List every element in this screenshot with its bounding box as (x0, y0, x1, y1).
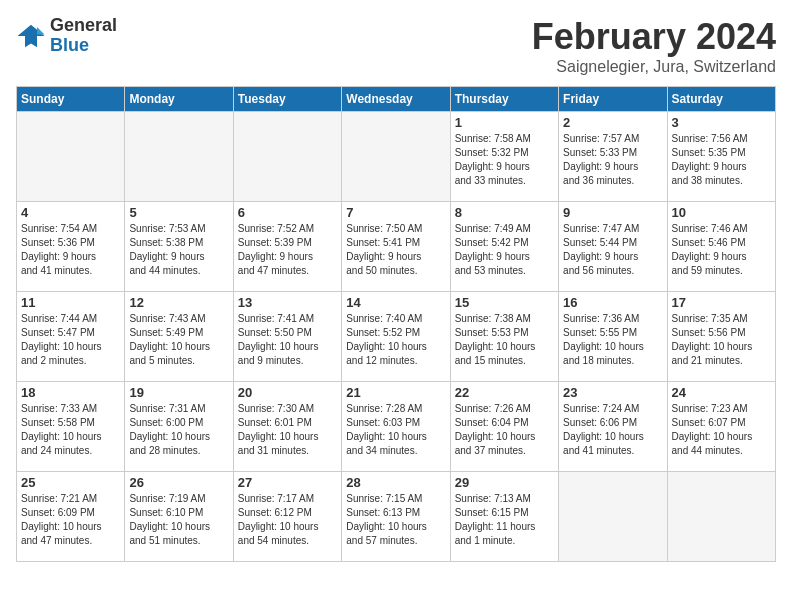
calendar-cell (125, 112, 233, 202)
day-info: Sunrise: 7:58 AM Sunset: 5:32 PM Dayligh… (455, 132, 554, 188)
week-row-1: 1Sunrise: 7:58 AM Sunset: 5:32 PM Daylig… (17, 112, 776, 202)
calendar-cell: 21Sunrise: 7:28 AM Sunset: 6:03 PM Dayli… (342, 382, 450, 472)
day-number: 19 (129, 385, 228, 400)
calendar-cell: 29Sunrise: 7:13 AM Sunset: 6:15 PM Dayli… (450, 472, 558, 562)
day-number: 5 (129, 205, 228, 220)
day-info: Sunrise: 7:35 AM Sunset: 5:56 PM Dayligh… (672, 312, 771, 368)
weekday-header-row: SundayMondayTuesdayWednesdayThursdayFrid… (17, 87, 776, 112)
day-number: 7 (346, 205, 445, 220)
calendar-table: SundayMondayTuesdayWednesdayThursdayFrid… (16, 86, 776, 562)
day-info: Sunrise: 7:52 AM Sunset: 5:39 PM Dayligh… (238, 222, 337, 278)
calendar-cell: 8Sunrise: 7:49 AM Sunset: 5:42 PM Daylig… (450, 202, 558, 292)
calendar-cell: 10Sunrise: 7:46 AM Sunset: 5:46 PM Dayli… (667, 202, 775, 292)
calendar-cell: 28Sunrise: 7:15 AM Sunset: 6:13 PM Dayli… (342, 472, 450, 562)
day-info: Sunrise: 7:31 AM Sunset: 6:00 PM Dayligh… (129, 402, 228, 458)
day-info: Sunrise: 7:49 AM Sunset: 5:42 PM Dayligh… (455, 222, 554, 278)
day-info: Sunrise: 7:33 AM Sunset: 5:58 PM Dayligh… (21, 402, 120, 458)
day-info: Sunrise: 7:47 AM Sunset: 5:44 PM Dayligh… (563, 222, 662, 278)
svg-marker-0 (18, 25, 45, 48)
day-info: Sunrise: 7:30 AM Sunset: 6:01 PM Dayligh… (238, 402, 337, 458)
day-number: 9 (563, 205, 662, 220)
day-info: Sunrise: 7:57 AM Sunset: 5:33 PM Dayligh… (563, 132, 662, 188)
day-number: 20 (238, 385, 337, 400)
calendar-cell: 19Sunrise: 7:31 AM Sunset: 6:00 PM Dayli… (125, 382, 233, 472)
day-info: Sunrise: 7:23 AM Sunset: 6:07 PM Dayligh… (672, 402, 771, 458)
day-number: 16 (563, 295, 662, 310)
day-info: Sunrise: 7:13 AM Sunset: 6:15 PM Dayligh… (455, 492, 554, 548)
day-number: 26 (129, 475, 228, 490)
calendar-cell: 23Sunrise: 7:24 AM Sunset: 6:06 PM Dayli… (559, 382, 667, 472)
weekday-header-saturday: Saturday (667, 87, 775, 112)
calendar-cell (342, 112, 450, 202)
calendar-cell (233, 112, 341, 202)
location: Saignelegier, Jura, Switzerland (532, 58, 776, 76)
day-info: Sunrise: 7:19 AM Sunset: 6:10 PM Dayligh… (129, 492, 228, 548)
calendar-cell: 18Sunrise: 7:33 AM Sunset: 5:58 PM Dayli… (17, 382, 125, 472)
calendar-cell: 11Sunrise: 7:44 AM Sunset: 5:47 PM Dayli… (17, 292, 125, 382)
title-block: February 2024 Saignelegier, Jura, Switze… (532, 16, 776, 76)
week-row-5: 25Sunrise: 7:21 AM Sunset: 6:09 PM Dayli… (17, 472, 776, 562)
day-info: Sunrise: 7:36 AM Sunset: 5:55 PM Dayligh… (563, 312, 662, 368)
calendar-cell: 7Sunrise: 7:50 AM Sunset: 5:41 PM Daylig… (342, 202, 450, 292)
calendar-cell (17, 112, 125, 202)
day-info: Sunrise: 7:15 AM Sunset: 6:13 PM Dayligh… (346, 492, 445, 548)
calendar-cell (559, 472, 667, 562)
weekday-header-wednesday: Wednesday (342, 87, 450, 112)
day-info: Sunrise: 7:28 AM Sunset: 6:03 PM Dayligh… (346, 402, 445, 458)
calendar-cell: 1Sunrise: 7:58 AM Sunset: 5:32 PM Daylig… (450, 112, 558, 202)
day-info: Sunrise: 7:21 AM Sunset: 6:09 PM Dayligh… (21, 492, 120, 548)
weekday-header-friday: Friday (559, 87, 667, 112)
weekday-header-monday: Monday (125, 87, 233, 112)
day-info: Sunrise: 7:24 AM Sunset: 6:06 PM Dayligh… (563, 402, 662, 458)
week-row-4: 18Sunrise: 7:33 AM Sunset: 5:58 PM Dayli… (17, 382, 776, 472)
day-number: 2 (563, 115, 662, 130)
day-info: Sunrise: 7:44 AM Sunset: 5:47 PM Dayligh… (21, 312, 120, 368)
month-title: February 2024 (532, 16, 776, 58)
calendar-cell: 20Sunrise: 7:30 AM Sunset: 6:01 PM Dayli… (233, 382, 341, 472)
day-number: 25 (21, 475, 120, 490)
day-number: 8 (455, 205, 554, 220)
calendar-cell: 15Sunrise: 7:38 AM Sunset: 5:53 PM Dayli… (450, 292, 558, 382)
day-info: Sunrise: 7:26 AM Sunset: 6:04 PM Dayligh… (455, 402, 554, 458)
day-number: 15 (455, 295, 554, 310)
day-number: 27 (238, 475, 337, 490)
logo-general: General (50, 16, 117, 36)
page-header: General Blue February 2024 Saignelegier,… (16, 16, 776, 76)
weekday-header-sunday: Sunday (17, 87, 125, 112)
day-info: Sunrise: 7:50 AM Sunset: 5:41 PM Dayligh… (346, 222, 445, 278)
day-number: 18 (21, 385, 120, 400)
calendar-cell: 4Sunrise: 7:54 AM Sunset: 5:36 PM Daylig… (17, 202, 125, 292)
weekday-header-thursday: Thursday (450, 87, 558, 112)
day-number: 11 (21, 295, 120, 310)
calendar-cell: 27Sunrise: 7:17 AM Sunset: 6:12 PM Dayli… (233, 472, 341, 562)
day-number: 21 (346, 385, 445, 400)
day-info: Sunrise: 7:43 AM Sunset: 5:49 PM Dayligh… (129, 312, 228, 368)
day-number: 1 (455, 115, 554, 130)
calendar-cell (667, 472, 775, 562)
day-number: 10 (672, 205, 771, 220)
calendar-cell: 6Sunrise: 7:52 AM Sunset: 5:39 PM Daylig… (233, 202, 341, 292)
day-number: 29 (455, 475, 554, 490)
calendar-cell: 22Sunrise: 7:26 AM Sunset: 6:04 PM Dayli… (450, 382, 558, 472)
calendar-cell: 14Sunrise: 7:40 AM Sunset: 5:52 PM Dayli… (342, 292, 450, 382)
logo-text: General Blue (50, 16, 117, 56)
week-row-2: 4Sunrise: 7:54 AM Sunset: 5:36 PM Daylig… (17, 202, 776, 292)
day-number: 6 (238, 205, 337, 220)
calendar-cell: 9Sunrise: 7:47 AM Sunset: 5:44 PM Daylig… (559, 202, 667, 292)
calendar-cell: 25Sunrise: 7:21 AM Sunset: 6:09 PM Dayli… (17, 472, 125, 562)
day-number: 3 (672, 115, 771, 130)
day-info: Sunrise: 7:40 AM Sunset: 5:52 PM Dayligh… (346, 312, 445, 368)
calendar-cell: 2Sunrise: 7:57 AM Sunset: 5:33 PM Daylig… (559, 112, 667, 202)
day-info: Sunrise: 7:53 AM Sunset: 5:38 PM Dayligh… (129, 222, 228, 278)
weekday-header-tuesday: Tuesday (233, 87, 341, 112)
day-info: Sunrise: 7:56 AM Sunset: 5:35 PM Dayligh… (672, 132, 771, 188)
day-number: 13 (238, 295, 337, 310)
calendar-cell: 24Sunrise: 7:23 AM Sunset: 6:07 PM Dayli… (667, 382, 775, 472)
calendar-cell: 16Sunrise: 7:36 AM Sunset: 5:55 PM Dayli… (559, 292, 667, 382)
day-number: 28 (346, 475, 445, 490)
logo-blue: Blue (50, 36, 117, 56)
day-number: 12 (129, 295, 228, 310)
day-info: Sunrise: 7:54 AM Sunset: 5:36 PM Dayligh… (21, 222, 120, 278)
calendar-cell: 12Sunrise: 7:43 AM Sunset: 5:49 PM Dayli… (125, 292, 233, 382)
day-info: Sunrise: 7:17 AM Sunset: 6:12 PM Dayligh… (238, 492, 337, 548)
